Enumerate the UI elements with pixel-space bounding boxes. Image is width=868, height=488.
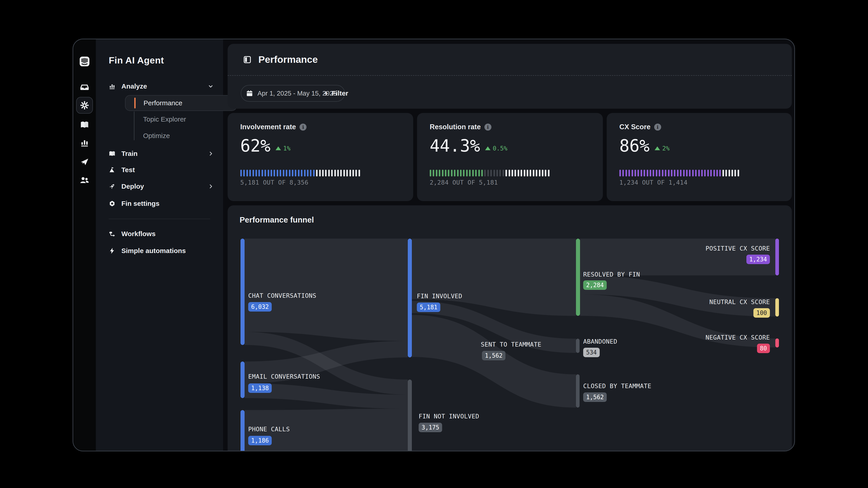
nav-tree-line <box>134 111 134 140</box>
active-item-accent <box>134 98 135 108</box>
funnel-node-label: FIN NOT INVOLVED <box>418 413 479 420</box>
sidebar-nav: Fin AI Agent Analyze P <box>96 39 223 451</box>
funnel-node-label: NEUTRAL CX SCORE <box>709 298 770 305</box>
funnel-node-badge[interactable]: 3,175 <box>418 423 442 432</box>
funnel-node-label: RESOLVED BY FIN <box>583 271 640 278</box>
metric-subtext: 5,181 OUT OF 8,356 <box>240 179 309 186</box>
delta-up-icon <box>655 147 660 150</box>
page-layout-icon <box>243 56 251 64</box>
filter-button[interactable]: + Filter <box>323 85 348 102</box>
filter-label: Filter <box>332 90 348 97</box>
sidebar-item-label: Train <box>121 150 138 158</box>
outbound-icon[interactable] <box>79 157 90 167</box>
metric-value: 62% <box>240 137 271 154</box>
chevron-right-icon <box>208 183 214 190</box>
sidebar-item-workflows[interactable]: Workflows <box>109 227 214 240</box>
analyze-chart-icon <box>109 83 116 90</box>
metric-subtext: 1,234 OUT OF 1,414 <box>619 179 688 186</box>
book-icon <box>109 150 116 157</box>
sidebar-item-performance[interactable]: Performance <box>125 95 237 111</box>
funnel-node-badge[interactable]: 5,181 <box>417 302 440 312</box>
rocket-icon <box>109 183 116 190</box>
chevron-down-icon <box>207 83 214 90</box>
sidebar-item-deploy[interactable]: Deploy <box>109 180 214 193</box>
info-icon[interactable]: i <box>300 124 307 131</box>
funnel-node-label: EMAIL CONVERSATIONS <box>248 373 320 380</box>
info-icon[interactable]: i <box>485 124 491 131</box>
metric-tick-bar <box>430 170 550 176</box>
sidebar-item-label: Simple automations <box>121 247 186 255</box>
metric-delta: 0.5% <box>493 145 507 152</box>
funnel-node-label: PHONE CALLS <box>248 426 290 433</box>
metric-value: 44.3% <box>430 137 480 154</box>
test-flag-icon <box>109 166 116 173</box>
funnel-node-label: SENT TO TEAMMATE <box>481 341 541 348</box>
nav-title: Fin AI Agent <box>109 55 164 66</box>
contacts-icon[interactable] <box>79 175 90 185</box>
settings-nut-icon <box>109 200 116 207</box>
calendar-icon <box>246 90 253 97</box>
lightning-icon <box>109 248 116 254</box>
sidebar-item-train[interactable]: Train <box>109 147 214 160</box>
delta-up-icon <box>276 147 281 150</box>
screen: Fin AI Agent Analyze P <box>0 0 868 488</box>
funnel-node-badge[interactable]: 6,032 <box>248 302 272 312</box>
funnel-node-badge[interactable]: 80 <box>757 344 770 353</box>
sidebar-item-optimize[interactable]: Optimize <box>143 129 170 142</box>
fin-ai-icon[interactable] <box>79 100 90 110</box>
performance-funnel-card: Performance funnel <box>228 205 792 451</box>
delta-up-icon <box>485 147 491 150</box>
funnel-node-badge[interactable]: 1,234 <box>746 255 770 264</box>
sidebar-item-label: Test <box>121 166 135 174</box>
header-divider <box>228 75 792 76</box>
sidebar-item-simple-automations[interactable]: Simple automations <box>109 244 214 258</box>
funnel-node-badge[interactable]: 100 <box>753 308 770 318</box>
metric-delta: 1% <box>283 145 291 152</box>
knowledge-icon[interactable] <box>79 120 90 130</box>
sidebar-item-label: Deploy <box>121 183 144 190</box>
funnel-node-badge[interactable]: 1,186 <box>248 436 272 445</box>
metric-tick-bar <box>619 170 739 176</box>
sidebar-item-test[interactable]: Test <box>109 163 214 177</box>
nav-divider <box>109 219 210 219</box>
page-title: Performance <box>258 54 318 65</box>
funnel-node-badge[interactable]: 1,562 <box>583 392 607 402</box>
funnel-node-label: ABANDONED <box>583 338 617 345</box>
sidebar-item-label: Performance <box>144 99 182 107</box>
metric-title: CX Score <box>619 123 651 131</box>
funnel-node-badge[interactable]: 2,284 <box>583 281 607 290</box>
metric-title: Involvement rate <box>240 123 296 131</box>
metric-tick-bar <box>240 170 360 176</box>
inbox-icon[interactable] <box>79 82 90 92</box>
sidebar-item-fin-settings[interactable]: Fin settings <box>109 197 214 210</box>
sidebar-item-label: Workflows <box>121 230 156 238</box>
funnel-node-badge[interactable]: 1,138 <box>248 383 272 393</box>
plus-icon: + <box>323 89 329 98</box>
nav-section-analyze[interactable]: Analyze <box>109 79 214 93</box>
metric-title: Resolution rate <box>430 123 481 131</box>
sidebar-item-topic-explorer[interactable]: Topic Explorer <box>143 112 186 126</box>
funnel-node-badge[interactable]: 534 <box>583 348 600 357</box>
sankey-diagram <box>228 205 792 451</box>
funnel-node-badge[interactable]: 1,562 <box>482 351 505 360</box>
funnel-node-label: FIN INVOLVED <box>417 293 462 300</box>
workflows-icon <box>109 230 116 237</box>
sidebar-item-label: Fin settings <box>121 200 159 207</box>
metric-card-cx-score: CX Score i 86% 2% 1,234 OUT OF 1,414 <box>607 113 792 201</box>
header-panel: Performance Apr 1, 2025 - May 15, 2025 +… <box>228 44 792 109</box>
icon-rail <box>73 39 96 451</box>
intercom-logo-icon[interactable] <box>79 56 90 67</box>
reports-icon[interactable] <box>79 138 90 148</box>
chevron-right-icon <box>208 151 214 157</box>
metric-delta: 2% <box>662 145 670 152</box>
info-icon[interactable]: i <box>654 124 661 131</box>
funnel-node-label: POSITIVE CX SCORE <box>706 245 770 252</box>
funnel-node-label: CHAT CONVERSATIONS <box>248 292 316 299</box>
metric-subtext: 2,284 OUT OF 5,181 <box>430 179 498 186</box>
metric-value: 86% <box>619 137 650 154</box>
funnel-node-label: NEGATIVE CX SCORE <box>706 334 770 341</box>
metric-card-resolution-rate: Resolution rate i 44.3% 0.5% 2,284 OUT O… <box>417 113 603 201</box>
funnel-node-label: CLOSED BY TEAMMATE <box>583 383 651 390</box>
metric-card-involvement-rate: Involvement rate i 62% 1% 5,181 OUT OF 8… <box>228 113 413 201</box>
app-window: Fin AI Agent Analyze P <box>72 39 795 451</box>
